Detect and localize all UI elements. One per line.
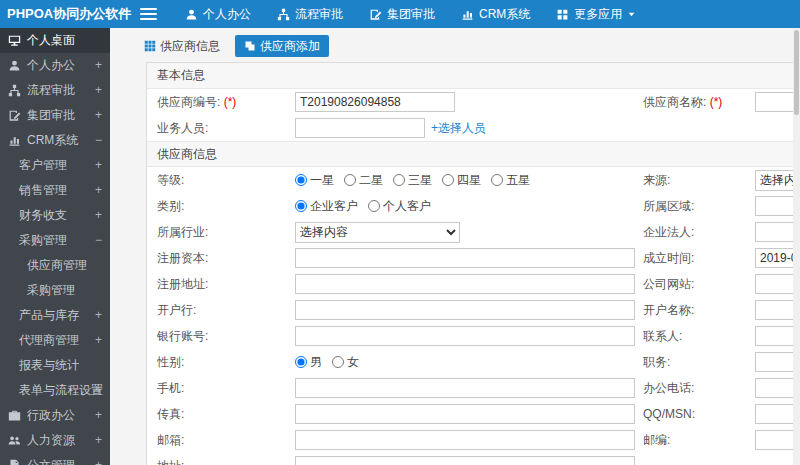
registered-address-input[interactable] bbox=[295, 274, 635, 294]
expand-toggle-icon[interactable]: + bbox=[95, 453, 102, 465]
address-input[interactable] bbox=[295, 456, 635, 465]
sales-person-picker-link[interactable]: +选择人员 bbox=[431, 120, 486, 137]
form: 基本信息供应商编号: (*)供应商名称: (*)业务人员:+选择人员供应商信息等… bbox=[147, 63, 800, 465]
level-radio[interactable] bbox=[442, 174, 454, 186]
sidebar-item-document-mgmt[interactable]: 公文管理+ bbox=[0, 453, 110, 465]
vertical-scrollbar[interactable] bbox=[793, 28, 800, 465]
gender-option[interactable]: 女 bbox=[332, 354, 359, 371]
gender-radio[interactable] bbox=[295, 356, 307, 368]
level-radio[interactable] bbox=[393, 174, 405, 186]
level-radio[interactable] bbox=[295, 174, 307, 186]
sidebar-item-form-flow-settings[interactable]: 表单与流程设置+ bbox=[0, 378, 110, 403]
gender-option[interactable]: 男 bbox=[295, 354, 322, 371]
main-content: 供应商信息 供应商添加 基本信息供应商编号: (*)供应商名称: (*)业务人员… bbox=[110, 28, 800, 465]
category-radio[interactable] bbox=[368, 200, 380, 212]
level-option[interactable]: 一星 bbox=[295, 172, 334, 189]
founded-date-label: 成立时间: bbox=[643, 250, 755, 267]
supplier-name-label: 供应商名称: (*) bbox=[643, 94, 755, 111]
level-option[interactable]: 五星 bbox=[491, 172, 530, 189]
sidebar-item-purchase-mgmt[interactable]: 采购管理− bbox=[0, 228, 110, 253]
sidebar-item-supplier-mgmt[interactable]: 供应商管理 bbox=[0, 253, 110, 278]
expand-toggle-icon[interactable]: + bbox=[95, 328, 102, 353]
menu-toggle-icon[interactable] bbox=[140, 8, 157, 20]
tab-label: 供应商添加 bbox=[260, 38, 320, 55]
sidebar-item-label: 财务收支 bbox=[19, 207, 67, 224]
nav-more-apps[interactable]: 更多应用 bbox=[543, 0, 649, 28]
sidebar-item-sales-mgmt[interactable]: 销售管理+ bbox=[0, 178, 110, 203]
level-option[interactable]: 三星 bbox=[393, 172, 432, 189]
sidebar-item-group-approval[interactable]: 集团审批+ bbox=[0, 103, 110, 128]
bank-account-input[interactable] bbox=[295, 326, 635, 346]
expand-toggle-icon[interactable]: + bbox=[95, 203, 102, 228]
sidebar-item-purchasing[interactable]: 采购管理 bbox=[0, 278, 110, 303]
required-mark: (*) bbox=[224, 95, 237, 109]
job-title-label: 职务: bbox=[643, 354, 755, 371]
level-radio[interactable] bbox=[491, 174, 503, 186]
expand-toggle-icon[interactable]: + bbox=[95, 378, 102, 403]
sidebar-item-finance[interactable]: 财务收支+ bbox=[0, 203, 110, 228]
mobile-input[interactable] bbox=[295, 378, 635, 398]
sidebar-item-label: 销售管理 bbox=[19, 182, 67, 199]
sidebar-item-agent-mgmt[interactable]: 代理商管理+ bbox=[0, 328, 110, 353]
registered-capital-control bbox=[295, 248, 643, 268]
contact-label: 联系人: bbox=[643, 328, 755, 345]
nav-group-approval[interactable]: 集团审批 bbox=[356, 0, 448, 28]
expand-toggle-icon[interactable]: + bbox=[95, 53, 102, 78]
expand-toggle-icon[interactable]: − bbox=[95, 128, 102, 153]
category-option[interactable]: 企业客户 bbox=[295, 198, 358, 215]
expand-toggle-icon[interactable]: + bbox=[95, 153, 102, 178]
tab-supplier-info[interactable]: 供应商信息 bbox=[135, 35, 229, 57]
bank-account-control bbox=[295, 326, 643, 346]
sidebar-item-personal-desktop[interactable]: 个人桌面 bbox=[0, 28, 110, 53]
tab-label: 供应商信息 bbox=[160, 38, 220, 55]
chevron-down-icon bbox=[627, 10, 636, 19]
sidebar-item-admin-office[interactable]: 行政办公+ bbox=[0, 403, 110, 428]
nav-label: 个人办公 bbox=[203, 6, 251, 23]
level-radio[interactable] bbox=[344, 174, 356, 186]
expand-toggle-icon[interactable]: + bbox=[95, 428, 102, 453]
expand-toggle-icon[interactable]: + bbox=[95, 403, 102, 428]
grid-icon bbox=[556, 8, 569, 21]
sidebar-item-human-resources[interactable]: 人力资源+ bbox=[0, 428, 110, 453]
sidebar: 个人桌面个人办公+流程审批+集团审批+CRM系统−客户管理+销售管理+财务收支+… bbox=[0, 28, 110, 465]
category-radio-group: 企业客户个人客户 bbox=[295, 198, 431, 215]
sidebar-item-product-inventory[interactable]: 产品与库存+ bbox=[0, 303, 110, 328]
nav-crm-system[interactable]: CRM系统 bbox=[448, 0, 543, 28]
sales-person-input[interactable] bbox=[295, 118, 425, 138]
registered-address-label: 注册地址: bbox=[157, 276, 295, 293]
sidebar-item-workflow-approval[interactable]: 流程审批+ bbox=[0, 78, 110, 103]
expand-toggle-icon[interactable]: + bbox=[95, 103, 102, 128]
email-input[interactable] bbox=[295, 430, 635, 450]
expand-toggle-icon[interactable]: + bbox=[95, 303, 102, 328]
flow-icon bbox=[8, 84, 21, 97]
level-option[interactable]: 二星 bbox=[344, 172, 383, 189]
nav-personal-office[interactable]: 个人办公 bbox=[172, 0, 264, 28]
scrollbar-thumb[interactable] bbox=[794, 30, 799, 115]
app-logo[interactable]: PHPOA协同办公软件 bbox=[0, 5, 118, 23]
category-option[interactable]: 个人客户 bbox=[368, 198, 431, 215]
sidebar-item-reports-stats[interactable]: 报表与统计 bbox=[0, 353, 110, 378]
sidebar-item-customer-mgmt[interactable]: 客户管理+ bbox=[0, 153, 110, 178]
fax-input[interactable] bbox=[295, 404, 635, 424]
bank-input[interactable] bbox=[295, 300, 635, 320]
sidebar-item-crm-system[interactable]: CRM系统− bbox=[0, 128, 110, 153]
form-row: 供应商编号: (*)供应商名称: (*) bbox=[147, 89, 800, 115]
tab-supplier-add[interactable]: 供应商添加 bbox=[235, 35, 329, 57]
expand-toggle-icon[interactable]: + bbox=[95, 78, 102, 103]
people-icon bbox=[8, 434, 21, 447]
nav-label: 更多应用 bbox=[574, 6, 622, 23]
nav-label: 流程审批 bbox=[295, 6, 343, 23]
supplier-code-input[interactable] bbox=[295, 92, 455, 112]
sidebar-item-label: 供应商管理 bbox=[27, 257, 87, 274]
expand-toggle-icon[interactable]: + bbox=[95, 178, 102, 203]
industry-select[interactable]: 选择内容 bbox=[295, 222, 460, 243]
level-option[interactable]: 四星 bbox=[442, 172, 481, 189]
gender-radio[interactable] bbox=[332, 356, 344, 368]
form-row: 地址: bbox=[147, 453, 800, 465]
nav-workflow-approval[interactable]: 流程审批 bbox=[264, 0, 356, 28]
sidebar-item-personal-office[interactable]: 个人办公+ bbox=[0, 53, 110, 78]
mobile-control bbox=[295, 378, 643, 398]
registered-capital-input[interactable] bbox=[295, 248, 635, 268]
category-radio[interactable] bbox=[295, 200, 307, 212]
expand-toggle-icon[interactable]: − bbox=[95, 228, 102, 253]
